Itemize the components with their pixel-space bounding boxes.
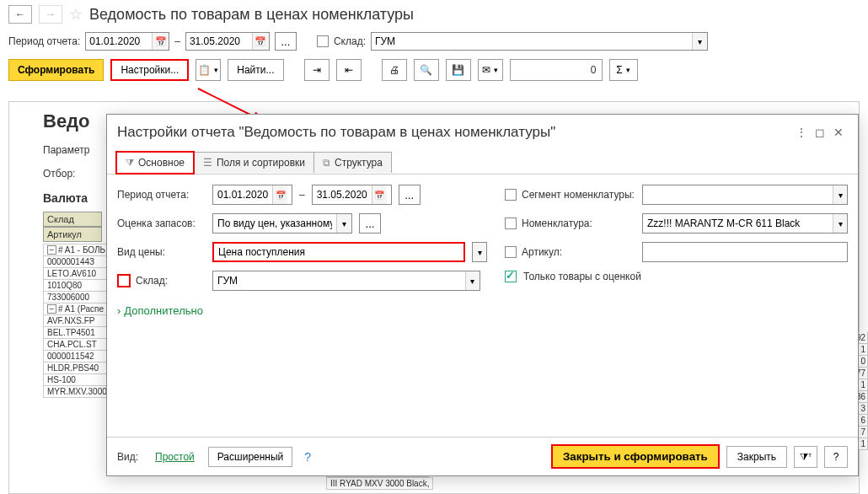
print-icon[interactable]: 🖨 bbox=[382, 59, 407, 81]
article-checkbox[interactable] bbox=[505, 246, 517, 258]
nomenclature-label: Номенклатура: bbox=[522, 217, 592, 229]
settings-button[interactable]: Настройки... bbox=[110, 59, 189, 81]
warehouse-input[interactable] bbox=[372, 35, 692, 47]
only-rated-checkbox[interactable] bbox=[505, 271, 517, 282]
dlg-period-from[interactable] bbox=[213, 189, 272, 201]
chevron-right-icon: › bbox=[117, 304, 121, 317]
counter-display: 0 bbox=[510, 59, 603, 81]
close-and-generate-button[interactable]: Закрыть и сформировать bbox=[551, 444, 720, 469]
chevron-down-icon[interactable]: ▾ bbox=[336, 214, 351, 233]
chevron-down-icon[interactable]: ▾ bbox=[833, 185, 847, 204]
dash: – bbox=[174, 35, 180, 47]
view-extended-button[interactable]: Расширенный bbox=[208, 447, 293, 467]
article-label: Артикул: bbox=[522, 246, 562, 258]
columns-icon: ☰ bbox=[203, 157, 212, 169]
only-rated-label: Только товары с оценкой bbox=[523, 271, 641, 282]
dlg-period-label: Период отчета: bbox=[117, 189, 206, 201]
sum-icon[interactable]: Σ▾ bbox=[609, 59, 638, 81]
chevron-down-icon[interactable]: ▾ bbox=[692, 33, 707, 50]
maximize-icon[interactable]: ◻ bbox=[811, 123, 829, 142]
col-article: Артикул bbox=[43, 227, 102, 242]
tab-main-label: Основное bbox=[138, 157, 185, 169]
table-row: III RYAD MXV 3000 Black, bbox=[326, 477, 433, 490]
help-button[interactable]: ? bbox=[824, 446, 848, 468]
chevron-down-icon[interactable]: ▾ bbox=[472, 242, 487, 262]
segment-input[interactable] bbox=[643, 189, 833, 201]
dlg-period-more[interactable]: ... bbox=[399, 185, 421, 205]
nav-back-button[interactable]: ← bbox=[8, 5, 32, 24]
filter-icon: ⧩ bbox=[126, 157, 134, 169]
collapse-icon[interactable]: − bbox=[47, 245, 56, 255]
nav-forward-button[interactable]: → bbox=[39, 5, 62, 24]
email-icon[interactable]: ✉▾ bbox=[478, 59, 503, 81]
close-icon[interactable]: ✕ bbox=[829, 123, 848, 142]
favorite-star-icon[interactable]: ☆ bbox=[69, 5, 83, 24]
dialog-title: Настройки отчета "Ведомость по товарам в… bbox=[117, 124, 792, 141]
nomenclature-checkbox[interactable] bbox=[505, 217, 517, 229]
calendar-icon[interactable]: 📅 bbox=[252, 33, 269, 50]
tab-fields[interactable]: ☰ Поля и сортировки bbox=[194, 152, 314, 173]
segment-checkbox[interactable] bbox=[505, 189, 517, 201]
period-from-input[interactable] bbox=[86, 35, 152, 47]
view-label: Вид: bbox=[117, 451, 138, 463]
stock-eval-label: Оценка запасов: bbox=[117, 217, 206, 229]
tab-structure[interactable]: ⧉ Структура bbox=[313, 152, 392, 173]
chevron-down-icon[interactable]: ▾ bbox=[833, 214, 847, 233]
preview-icon[interactable]: 🔍 bbox=[414, 59, 439, 81]
dlg-warehouse-checkbox[interactable] bbox=[117, 274, 131, 287]
col-warehouse: Склад bbox=[43, 212, 102, 227]
stock-eval-input[interactable] bbox=[213, 217, 336, 229]
period-more-button[interactable]: ... bbox=[275, 32, 297, 51]
view-simple-link[interactable]: Простой bbox=[148, 448, 201, 466]
collapse-levels-icon[interactable]: ⇤ bbox=[336, 59, 362, 81]
dlg-warehouse-label: Склад: bbox=[117, 274, 206, 287]
calendar-icon[interactable]: 📅 bbox=[372, 185, 387, 204]
tab-structure-label: Структура bbox=[335, 157, 383, 169]
tab-fields-label: Поля и сортировки bbox=[217, 157, 305, 169]
find-button[interactable]: Найти... bbox=[228, 59, 283, 81]
chevron-down-icon[interactable]: ▾ bbox=[465, 271, 480, 290]
price-type-label: Вид цены: bbox=[117, 246, 206, 258]
article-input[interactable] bbox=[643, 246, 847, 258]
save-icon[interactable]: 💾 bbox=[446, 59, 471, 81]
price-type-input[interactable] bbox=[214, 246, 463, 258]
tree-icon: ⧉ bbox=[323, 157, 330, 169]
warehouse-checkbox[interactable] bbox=[317, 35, 329, 47]
nomenclature-input[interactable] bbox=[643, 217, 833, 229]
calendar-icon[interactable]: 📅 bbox=[152, 33, 169, 50]
close-button[interactable]: Закрыть bbox=[726, 446, 787, 468]
settings-dialog: Настройки отчета "Ведомость по товарам в… bbox=[106, 114, 859, 476]
more-menu-icon[interactable]: ⋮ bbox=[792, 123, 811, 142]
dlg-period-to[interactable] bbox=[313, 189, 372, 201]
filter-toggle-icon[interactable]: ⧩т bbox=[794, 446, 817, 468]
warehouse-label: Склад: bbox=[334, 35, 366, 47]
help-icon[interactable]: ? bbox=[304, 450, 311, 464]
period-to-input[interactable] bbox=[186, 35, 252, 47]
more-options-link[interactable]: › Дополнительно bbox=[117, 304, 203, 317]
calendar-icon[interactable]: 📅 bbox=[272, 185, 287, 204]
dlg-warehouse-input[interactable] bbox=[213, 275, 465, 287]
paste-icon[interactable]: 📋▾ bbox=[196, 59, 221, 81]
tab-main[interactable]: ⧩ Основное bbox=[115, 151, 195, 175]
stock-eval-more[interactable]: ... bbox=[359, 213, 381, 234]
period-label: Период отчета: bbox=[8, 35, 80, 47]
collapse-icon[interactable]: − bbox=[47, 304, 56, 314]
generate-button[interactable]: Сформировать bbox=[8, 59, 104, 81]
page-title: Ведомость по товарам в ценах номенклатур… bbox=[89, 6, 414, 24]
segment-label: Сегмент номенклатуры: bbox=[522, 189, 635, 201]
expand-levels-icon[interactable]: ⇥ bbox=[304, 59, 330, 81]
